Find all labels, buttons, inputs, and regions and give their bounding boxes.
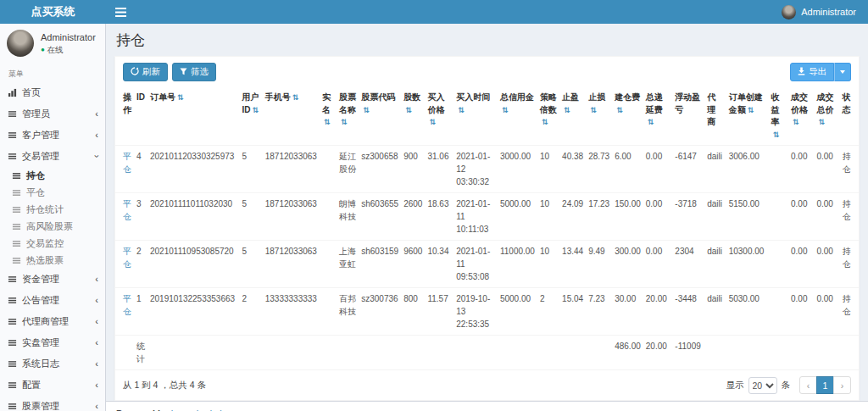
sort-icon[interactable]: ⇅ <box>252 106 259 114</box>
sort-icon[interactable]: ⇅ <box>616 106 623 114</box>
column-header-real-name[interactable]: 实名⇅ <box>320 87 337 146</box>
column-header-buy-time[interactable]: 买入时间⇅ <box>453 87 498 146</box>
cell-open-fee: 300.00 <box>612 241 643 288</box>
sidebar-item-stocks[interactable]: 股票管理‹ <box>0 396 105 411</box>
column-header-shares[interactable]: 股数⇅ <box>401 87 425 146</box>
brand-logo[interactable]: 点买系统 <box>0 0 106 24</box>
export-dropdown-toggle[interactable] <box>834 63 851 81</box>
column-label: 股票名称 <box>339 92 356 114</box>
sort-icon[interactable]: ⇅ <box>405 106 412 114</box>
cell-status: 持仓 <box>840 193 859 241</box>
sidebar-item-funds[interactable]: 资金管理‹ <box>0 269 105 290</box>
grid-toolbar: 刷新 筛选 导出 <box>115 57 859 87</box>
sidebar-item-label: 平仓 <box>26 186 45 199</box>
sidebar-item-system-logs[interactable]: 系统日志‹ <box>0 353 105 375</box>
sort-icon[interactable]: ⇅ <box>648 118 654 126</box>
cell-stop-loss: 7.23 <box>586 288 612 336</box>
sort-icon[interactable]: ⇅ <box>590 106 597 114</box>
cell-deferred-fee: 0.00 <box>643 146 673 193</box>
sidebar-item-hot-stocks[interactable]: 热选股票 <box>0 252 105 269</box>
sort-icon[interactable]: ⇅ <box>793 118 799 126</box>
column-header-deferred-fee[interactable]: 总递延费⇅ <box>643 87 673 146</box>
sidebar-item-customers[interactable]: 客户管理‹ <box>0 125 105 146</box>
sidebar-item-announcements[interactable]: 公告管理‹ <box>0 290 105 311</box>
sort-icon[interactable]: ⇅ <box>542 118 548 126</box>
cell-id: 2 <box>134 241 147 288</box>
stats-cell-stock-name <box>337 336 359 370</box>
cell-stock-code: sh603655 <box>359 193 401 241</box>
table-row: 平仓4202101120330325973518712033063延江股份sz3… <box>115 146 859 193</box>
column-header-stock-code[interactable]: 股票代码⇅ <box>359 87 401 146</box>
sidebar-item-position-stats[interactable]: 持仓统计 <box>0 201 105 218</box>
sidebar-toggle-button[interactable] <box>106 0 135 24</box>
filter-button[interactable]: 筛选 <box>172 63 216 81</box>
cell-deal-price: 0.00 <box>788 288 814 336</box>
next-page-button[interactable]: › <box>833 376 851 394</box>
sidebar-item-admins[interactable]: 管理员‹ <box>0 103 105 125</box>
sort-icon[interactable]: ⇅ <box>429 118 436 126</box>
column-label: 建仓费 <box>615 92 640 102</box>
close-position-link[interactable]: 平仓 <box>123 199 131 221</box>
sort-icon[interactable]: ⇅ <box>818 118 825 126</box>
close-position-link[interactable]: 平仓 <box>123 294 131 316</box>
sidebar-item-agents[interactable]: 代理商管理‹ <box>0 311 105 332</box>
sidebar-item-positions[interactable]: 持仓 <box>0 167 105 184</box>
cell-profit-rate <box>769 241 788 288</box>
prev-page-button[interactable]: ‹ <box>799 376 817 394</box>
column-header-take-profit[interactable]: 止盈⇅ <box>559 87 586 146</box>
sort-icon[interactable]: ⇅ <box>773 131 780 139</box>
close-position-link[interactable]: 平仓 <box>123 247 131 269</box>
column-header-stock-name[interactable]: 股票名称⇅ <box>337 87 359 146</box>
column-header-order-amount[interactable]: 订单创建金额⇅ <box>726 87 769 146</box>
sidebar-item-home[interactable]: 首页 <box>0 82 105 103</box>
chevron-left-icon: ‹ <box>95 275 98 284</box>
column-header-user-id[interactable]: 用户ID⇅ <box>239 87 262 146</box>
column-header-total-credit[interactable]: 总信用金⇅ <box>498 87 537 146</box>
per-page-select[interactable]: 20 <box>748 377 777 394</box>
sort-icon[interactable]: ⇅ <box>458 106 465 114</box>
cell-action: 平仓 <box>115 241 134 288</box>
sidebar-item-trading[interactable]: 交易管理‹ <box>0 146 105 167</box>
sidebar-item-closed-positions[interactable]: 平仓 <box>0 184 105 201</box>
column-header-profit-rate[interactable]: 收益率⇅ <box>769 87 788 146</box>
sidebar-item-high-risk-stocks[interactable]: 高风险股票 <box>0 218 105 235</box>
stats-cell-deal-total <box>814 336 839 370</box>
column-header-deal-price[interactable]: 成交价格⇅ <box>788 87 814 146</box>
stats-row: 统计486.0020.00-11009 <box>115 336 859 370</box>
column-header-open-fee[interactable]: 建仓费⇅ <box>612 87 643 146</box>
column-header-deal-total[interactable]: 成交总价⇅ <box>814 87 839 146</box>
sort-icon[interactable]: ⇅ <box>748 106 754 114</box>
topbar-spacer <box>135 0 770 24</box>
cell-deal-total: 0.00 <box>814 288 839 336</box>
sort-icon[interactable]: ⇅ <box>324 118 331 126</box>
sidebar-item-config[interactable]: 配置‹ <box>0 375 105 396</box>
refresh-button[interactable]: 刷新 <box>123 63 168 81</box>
close-position-link[interactable]: 平仓 <box>123 152 131 174</box>
sidebar-item-label: 交易管理 <box>22 150 59 163</box>
sidebar-item-real-accounts[interactable]: 实盘管理‹ <box>0 332 105 353</box>
sidebar-item-label: 配置 <box>22 379 41 392</box>
column-header-stop-loss[interactable]: 止损⇅ <box>586 87 612 146</box>
sort-icon[interactable]: ⇅ <box>341 118 348 126</box>
column-header-strategy-multiple[interactable]: 策略倍数⇅ <box>537 87 559 146</box>
cell-total-credit: 3000.00 <box>498 146 537 193</box>
user-menu[interactable]: Administrator <box>770 0 868 24</box>
column-header-order-no[interactable]: 订单号⇅ <box>147 87 239 146</box>
export-button[interactable]: 导出 <box>790 63 834 81</box>
stats-cell-buy-price <box>425 336 453 370</box>
sort-icon[interactable]: ⇅ <box>502 106 509 114</box>
column-header-buy-price[interactable]: 买入价格⇅ <box>425 87 453 146</box>
sort-icon[interactable]: ⇅ <box>363 106 370 114</box>
column-header-phone[interactable]: 手机号⇅ <box>263 87 320 146</box>
sort-icon[interactable]: ⇅ <box>292 93 299 102</box>
list-icon <box>7 275 17 284</box>
cell-buy-time: 2019-10-13 22:53:35 <box>453 288 498 336</box>
sidebar-menu: 首页管理员‹客户管理‹交易管理‹持仓平仓持仓统计高风险股票交易监控热选股票资金管… <box>0 82 105 411</box>
cell-stock-name: 百邦科技 <box>337 288 359 336</box>
cell-shares: 2600 <box>401 193 425 241</box>
sort-icon[interactable]: ⇅ <box>177 93 184 102</box>
sort-icon[interactable]: ⇅ <box>564 106 570 114</box>
page-button-1[interactable]: 1 <box>816 376 834 394</box>
cell-floating-pl: -6147 <box>672 146 704 193</box>
sidebar-item-trade-monitor[interactable]: 交易监控 <box>0 235 105 252</box>
